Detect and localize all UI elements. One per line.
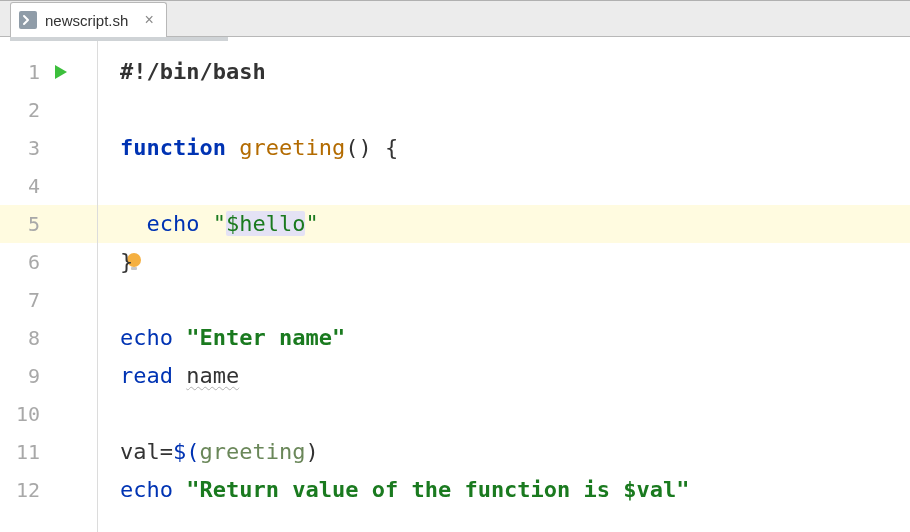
variable-name: val xyxy=(120,439,160,464)
gutter-row: 3 xyxy=(0,129,97,167)
code-line[interactable]: val=$(greeting) xyxy=(98,433,910,471)
code-line[interactable]: #!/bin/bash xyxy=(98,53,910,91)
keyword-function: function xyxy=(120,135,226,160)
keyword-echo: echo xyxy=(120,477,173,502)
gutter-row: 11 xyxy=(0,433,97,471)
editor-tab[interactable]: newscript.sh × xyxy=(10,2,167,37)
tab-filename: newscript.sh xyxy=(45,12,128,29)
code-line[interactable] xyxy=(98,281,910,319)
line-number: 12 xyxy=(0,478,40,502)
line-number: 3 xyxy=(0,136,40,160)
code-line[interactable]: hello="Hello, $name" xyxy=(98,167,910,205)
close-tab-icon[interactable]: × xyxy=(142,12,155,28)
gutter-row: 8 xyxy=(0,319,97,357)
line-number: 6 xyxy=(0,250,40,274)
code-editor[interactable]: 1 2 3 4 5 6 7 8 9 10 11 12 #!/bin/bash xyxy=(0,41,910,532)
line-number: 11 xyxy=(0,440,40,464)
line-number: 10 xyxy=(0,402,40,426)
tab-bar: newscript.sh × xyxy=(0,1,910,37)
code-line[interactable]: read name xyxy=(98,357,910,395)
gutter-row: 9 xyxy=(0,357,97,395)
run-icon[interactable] xyxy=(52,63,70,81)
command-substitution-open: $( xyxy=(173,439,200,464)
gutter-row: 12 xyxy=(0,471,97,509)
code-line[interactable]: function greeting() { xyxy=(98,129,910,167)
keyword-read: read xyxy=(120,363,173,388)
code-line[interactable]: } xyxy=(98,243,910,281)
code-line[interactable] xyxy=(98,91,910,129)
shebang: #!/bin/bash xyxy=(120,59,266,84)
string-literal: Return value of the function is xyxy=(199,477,623,502)
gutter-row: 4 xyxy=(0,167,97,205)
terminal-file-icon xyxy=(19,11,37,29)
intention-bulb-icon[interactable] xyxy=(124,176,144,196)
keyword-echo: echo xyxy=(147,211,200,236)
read-arg: name xyxy=(186,363,239,388)
code-line-current[interactable]: echo "$hello" xyxy=(98,205,910,243)
gutter-row: 2 xyxy=(0,91,97,129)
function-call: greeting xyxy=(200,439,306,464)
gutter-row: 6 xyxy=(0,243,97,281)
string-var: $val xyxy=(623,477,676,502)
line-number: 1 xyxy=(0,60,40,84)
line-number: 2 xyxy=(0,98,40,122)
line-number: 4 xyxy=(0,174,40,198)
string-literal: "Enter name" xyxy=(186,325,345,350)
line-number: 7 xyxy=(0,288,40,312)
line-number: 9 xyxy=(0,364,40,388)
code-line[interactable] xyxy=(98,395,910,433)
line-number: 5 xyxy=(0,212,40,236)
gutter-row: 7 xyxy=(0,281,97,319)
syntax: () { xyxy=(345,135,398,160)
line-number: 8 xyxy=(0,326,40,350)
gutter-row: 10 xyxy=(0,395,97,433)
code-line[interactable]: echo "Enter name" xyxy=(98,319,910,357)
gutter: 1 2 3 4 5 6 7 8 9 10 11 12 xyxy=(0,41,98,532)
function-name: greeting xyxy=(239,135,345,160)
string-var-highlight: $hello xyxy=(226,211,305,236)
brace: } xyxy=(120,249,133,274)
code-area[interactable]: #!/bin/bash function greeting() { hello=… xyxy=(98,41,910,532)
gutter-row: 5 xyxy=(0,205,97,243)
code-line[interactable]: echo "Return value of the function is $v… xyxy=(98,471,910,509)
gutter-row: 1 xyxy=(0,53,97,91)
keyword-echo: echo xyxy=(120,325,173,350)
